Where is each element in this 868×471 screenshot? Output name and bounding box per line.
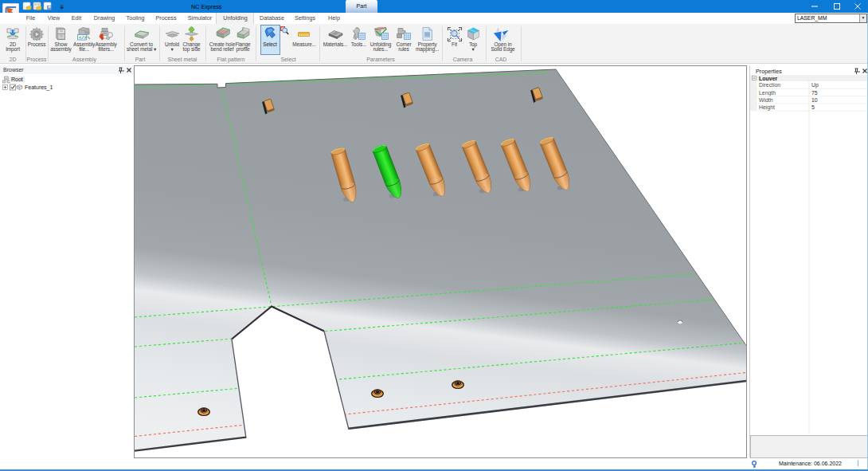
svg-text:</>: </> <box>79 35 88 41</box>
